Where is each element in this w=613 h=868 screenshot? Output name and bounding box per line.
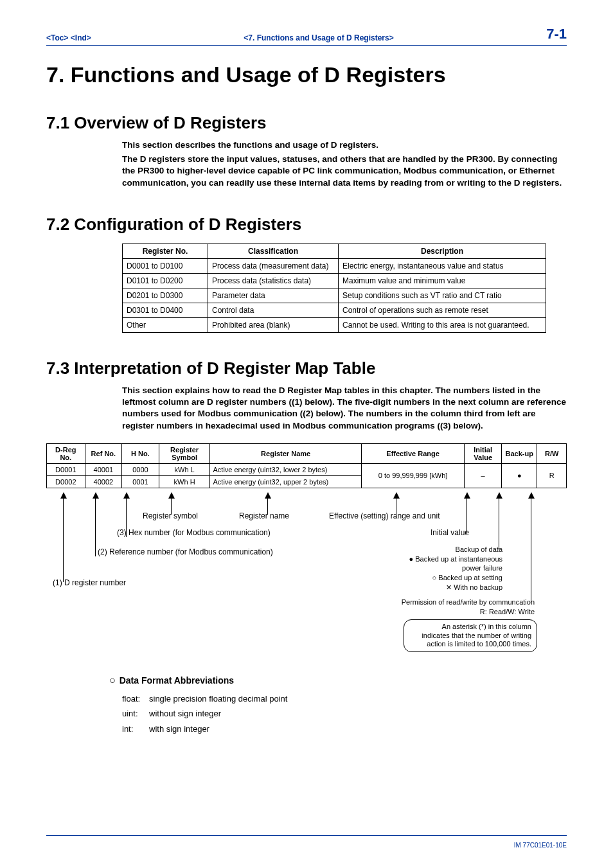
section-7-1-title: 7.1 Overview of D Registers — [46, 113, 567, 133]
ind-link[interactable]: <Ind> — [71, 33, 91, 42]
section-7-3-title: 7.3 Interpretation of D Register Map Tab… — [46, 359, 567, 378]
anno-hex-number: (3) Hex number (for Modbus communication… — [117, 528, 271, 537]
footer-doc-id: IM 77C01E01-10E — [514, 842, 567, 849]
anno-backup-legend: Backup of data ● Backed up at instantane… — [406, 545, 502, 592]
map-th-hno: H No. — [122, 443, 159, 463]
section-7-1-p2: The D registers store the input values, … — [122, 154, 567, 189]
data-format-heading: ○Data Format Abbreviations — [109, 675, 567, 686]
table-row: D0001 to D0100Process data (measurement … — [123, 258, 546, 273]
map-th-rw: R/W — [537, 443, 567, 463]
header-chapter: <7. Functions and Usage of D Registers> — [244, 33, 393, 42]
anno-initial-value: Initial value — [431, 528, 469, 537]
header-rule — [46, 45, 567, 46]
config-th-class: Classification — [208, 244, 339, 258]
anno-asterisk-note: An asterisk (*) in this column indicates… — [404, 619, 537, 652]
map-th-backup: Back-up — [501, 443, 537, 463]
arrow-icon — [60, 492, 67, 582]
arrow-icon — [528, 492, 535, 601]
toc-link[interactable]: <Toc> — [46, 33, 68, 42]
map-th-init: Initial Value — [465, 443, 502, 463]
page-header: <Toc> <Ind> <7. Functions and Usage of D… — [46, 26, 567, 42]
config-th-desc: Description — [339, 244, 546, 258]
section-7-3-p1: This section explains how to read the D … — [122, 385, 567, 432]
table-row: D0201 to D0300Parameter dataSetup condit… — [123, 288, 546, 303]
anno-rw-legend: Permission of read/write by communcation… — [378, 598, 535, 617]
table-row: D0001 40001 0000 kWh L Active energy (ui… — [47, 463, 567, 475]
register-map-table: D-Reg No. Ref No. H No. Register Symbol … — [46, 443, 567, 488]
list-item: uint:without sign integer — [122, 706, 567, 721]
format-list: float:single precision floating decimal … — [122, 691, 567, 736]
page-number: 7-1 — [546, 26, 567, 42]
footer-rule — [46, 835, 567, 836]
anno-ref-number: (2) Reference number (for Modbus communi… — [98, 547, 273, 556]
table-row: D0101 to D0200Process data (statistics d… — [123, 273, 546, 288]
anno-register-name: Register name — [239, 511, 289, 520]
anno-dreg-number: (1) D register number — [53, 578, 126, 587]
table-row: OtherProhibited area (blank)Cannot be us… — [123, 317, 546, 332]
config-table: Register No. Classification Description … — [122, 244, 546, 333]
map-th-ref: Ref No. — [85, 443, 122, 463]
map-th-range: Effective Range — [361, 443, 465, 463]
list-item: float:single precision floating decimal … — [122, 691, 567, 706]
anno-register-symbol: Register symbol — [143, 511, 198, 520]
arrow-icon — [93, 492, 99, 556]
config-th-regno: Register No. — [123, 244, 208, 258]
ring-icon: ○ — [109, 675, 116, 686]
map-th-sym: Register Symbol — [159, 443, 210, 463]
list-item: int:with sign integer — [122, 722, 567, 736]
map-th-name: Register Name — [210, 443, 361, 463]
anno-effective-range: Effective (setting) range and unit — [329, 511, 440, 520]
section-7-2-title: 7.2 Configuration of D Registers — [46, 215, 567, 235]
section-7-1-p1: This section describes the functions and… — [122, 139, 567, 151]
table-row: D0301 to D0400Control dataControl of ope… — [123, 303, 546, 317]
annotation-diagram: Register symbol Register name Effective … — [46, 488, 567, 655]
map-th-dreg: D-Reg No. — [47, 443, 85, 463]
chapter-title: 7. Functions and Usage of D Registers — [46, 62, 567, 87]
arrow-icon — [496, 492, 502, 550]
